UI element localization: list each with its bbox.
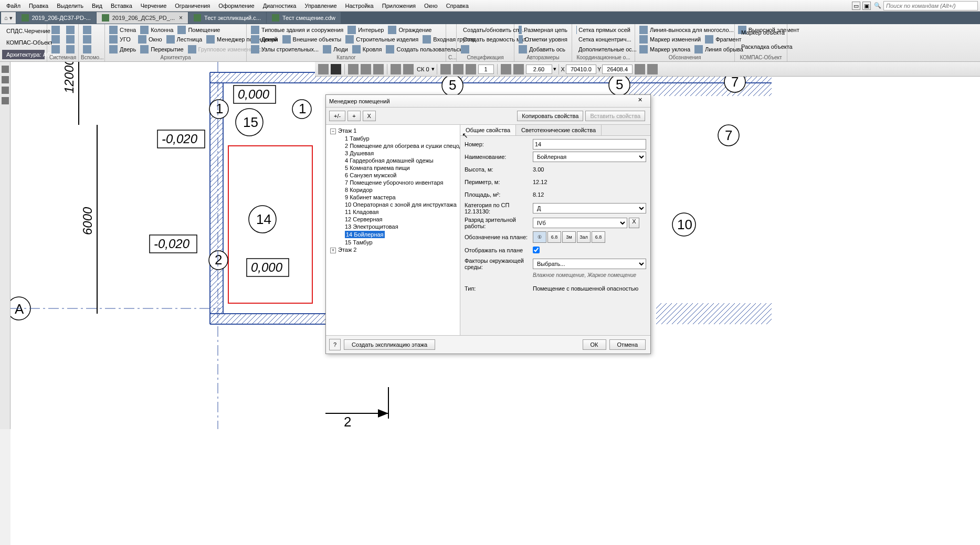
home-tab[interactable]: ⌂ ▾	[1, 12, 16, 24]
rbn-objmark[interactable]: Маркер объекта	[737, 28, 785, 37]
name-select[interactable]: Бойлерная	[533, 152, 646, 162]
tree-room-14[interactable]: 14 Бойлерная	[345, 231, 385, 238]
cancel-button[interactable]: Отмена	[609, 339, 646, 350]
tree-room-3[interactable]: 3 Душевая	[327, 149, 459, 157]
tree-room-2[interactable]: 2 Помещение для обогрева и сушки спецоде…	[327, 142, 459, 149]
marktype-2[interactable]: 6.8	[547, 231, 561, 243]
command-search-input[interactable]	[883, 1, 978, 10]
help-button[interactable]: ?	[329, 339, 341, 350]
tree-room-9[interactable]: 9 Кабинет мастера	[327, 194, 459, 201]
menu-view[interactable]: Вид	[88, 2, 107, 10]
panel-icon-1[interactable]	[2, 66, 9, 73]
doc-tab-3[interactable]: Тест смещение.cdw	[267, 12, 341, 24]
snap-icon[interactable]	[348, 64, 359, 74]
tree-room-13[interactable]: 13 Электрощитовая	[327, 223, 459, 230]
rbn-undo[interactable]	[64, 45, 79, 54]
rbn-room[interactable]: Помещение	[175, 25, 222, 35]
tree-room-12[interactable]: 12 Серверная	[327, 216, 459, 223]
clear-visual-button[interactable]: X	[629, 218, 639, 228]
marktype-3[interactable]: 3м	[562, 231, 576, 243]
rbn-roof[interactable]: Кровля	[350, 45, 384, 54]
collapse-icon[interactable]: −	[330, 129, 336, 134]
dialog-close-button[interactable]: ✕	[633, 97, 647, 106]
add-button[interactable]: +	[347, 111, 360, 121]
vert-icon[interactable]	[466, 64, 476, 74]
tree-room-8[interactable]: 8 Коридор	[327, 186, 459, 194]
rbn-buildings[interactable]: Типовые здания и сооружения	[249, 25, 345, 35]
coord-icon[interactable]	[635, 64, 645, 74]
zoom-icon[interactable]	[501, 64, 511, 74]
snap3-icon[interactable]	[373, 64, 384, 74]
tree-room-7[interactable]: 7 Помещение уборочного инвентаря	[327, 179, 459, 186]
arch-mode[interactable]: Архитектура: АС/АР	[2, 50, 45, 59]
rbn-grid2[interactable]: Сетка концентрич...	[574, 35, 633, 44]
room-tree[interactable]: −Этаж 1 1 Тамбур 2 Помещение для обогрев…	[326, 125, 460, 335]
rbn-spec2[interactable]: Создать ведомость мат...	[459, 35, 512, 44]
step-input[interactable]	[478, 65, 494, 74]
color-icon[interactable]	[331, 64, 341, 74]
spds-tab[interactable]: СПДС.Черчение	[2, 26, 45, 36]
rbn-addaxis[interactable]: Добавить ось	[517, 45, 570, 54]
rbn-open[interactable]	[64, 25, 79, 35]
window-min-icon[interactable]: ▭	[852, 2, 860, 10]
menu-file[interactable]: Файл	[2, 2, 25, 10]
paste-props-button[interactable]: Вставить свойства	[585, 111, 645, 121]
rbn-slope[interactable]: Маркер уклона	[637, 45, 692, 54]
window-max-icon[interactable]: ▣	[862, 2, 871, 10]
rbn-constritems[interactable]: Строительные изделия	[343, 35, 420, 44]
coord-y-input[interactable]	[602, 65, 633, 74]
pencil-icon[interactable]	[647, 64, 658, 74]
toggle-button[interactable]: +/-	[329, 111, 345, 121]
rbn-leader[interactable]: Линия-выноска для многосло...	[637, 25, 736, 35]
rbn-grid3[interactable]: Дополнительные ос...	[574, 45, 633, 54]
rbn-window[interactable]: Окно	[136, 35, 164, 44]
menu-format[interactable]: Оформление	[214, 2, 258, 10]
rbn-saveall[interactable]	[64, 35, 79, 44]
rbn-aux1[interactable]	[81, 25, 102, 35]
create-explication-button[interactable]: Создать экспликацию этажа	[344, 339, 435, 350]
rbn-stairs[interactable]: Лестница	[164, 35, 205, 44]
marktype-1[interactable]: ①	[533, 231, 546, 243]
tree-room-11[interactable]: 11 Кладовая	[327, 208, 459, 216]
grid2-icon[interactable]	[403, 64, 414, 74]
panel-icon-3[interactable]	[2, 87, 9, 94]
visual-class-select[interactable]: IVб	[533, 218, 627, 228]
menu-select[interactable]: Выделить	[52, 2, 88, 10]
expand-icon[interactable]: +	[330, 248, 336, 253]
menu-constraints[interactable]: Ограничения	[171, 2, 214, 10]
ok-button[interactable]: ОК	[583, 339, 606, 350]
rbn-slab[interactable]: Перекрытие	[138, 45, 185, 54]
rbn-wall[interactable]: Стена	[107, 25, 138, 35]
rbn-column[interactable]: Колонна	[138, 25, 175, 35]
rbn-spec3[interactable]	[459, 45, 512, 54]
panel-icon-2[interactable]	[2, 76, 9, 83]
tool-icon[interactable]	[318, 64, 329, 74]
menu-window[interactable]: Окно	[420, 2, 442, 10]
menu-diag[interactable]: Диагностика	[259, 2, 301, 10]
rbn-c[interactable]	[448, 35, 454, 45]
rbn-nodes[interactable]: Узлы строительных...	[249, 45, 321, 54]
rbn-new[interactable]	[49, 25, 64, 35]
scale-input[interactable]	[526, 65, 552, 74]
menu-draw[interactable]: Черчение	[136, 2, 171, 10]
doc-tab-2[interactable]: Тест экспликаций.c...	[188, 12, 266, 24]
rbn-people[interactable]: Люди	[321, 45, 350, 54]
close-icon[interactable]: ×	[179, 14, 183, 22]
rbn-grid1[interactable]: Сетка прямых осей	[574, 25, 633, 35]
rbn-spec1[interactable]: Создать/обновить спе...	[459, 25, 512, 35]
rbn-aux3[interactable]	[81, 45, 102, 54]
snap2-icon[interactable]	[361, 64, 371, 74]
rbn-fence[interactable]: Ограждение	[386, 25, 434, 35]
tree-room-10[interactable]: 10 Операторная с зоной для инструктажа	[327, 201, 459, 208]
rbn-extobj[interactable]: Внешние объекты	[280, 35, 344, 44]
env-select[interactable]: Выбрать...	[533, 259, 646, 269]
rbn-interior[interactable]: Интерьер	[345, 25, 386, 35]
menu-help[interactable]: Справка	[442, 2, 473, 10]
marktype-5[interactable]: 6.8	[592, 231, 605, 243]
rbn-door[interactable]: Дверь	[107, 45, 138, 54]
tree-room-1[interactable]: 1 Тамбур	[327, 135, 459, 142]
delete-button[interactable]: X	[363, 111, 376, 121]
tree-room-5[interactable]: 5 Комната приема пищи	[327, 164, 459, 172]
marktype-4[interactable]: Зал	[577, 231, 591, 243]
grid-icon[interactable]	[391, 64, 401, 74]
